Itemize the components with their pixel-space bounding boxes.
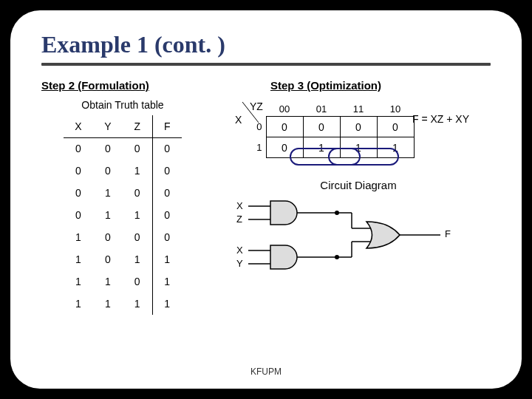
input-y: Y [236, 258, 243, 269]
step2-heading: Step 2 (Formulation) [41, 79, 204, 92]
table-row: 0 1 0 0 [64, 182, 182, 204]
content-area: Step 2 (Formulation) Obtain Truth table … [41, 79, 491, 315]
step2-subheading: Obtain Truth table [41, 99, 204, 111]
truth-col-f: F [152, 115, 182, 137]
step3-heading: Step 3 (Optimization) [270, 79, 491, 92]
table-row: 1 1 0 1 [64, 270, 182, 293]
slide: Example 1 (cont. ) Step 2 (Formulation) … [10, 10, 522, 389]
kmap-table: 00 01 11 10 0 0 0 0 0 1 0 [253, 102, 415, 158]
output-f: F [445, 228, 451, 239]
table-row: 1 0 1 1 [64, 248, 182, 270]
input-x-bottom: X [236, 245, 243, 256]
svg-point-4 [335, 211, 339, 215]
circuit-heading: Circuit Diagram [226, 179, 491, 191]
truth-col-y: Y [93, 115, 123, 137]
circuit-diagram: X Z X Y F [233, 197, 470, 293]
table-row: 1 0 0 0 [64, 226, 182, 248]
table-row: 0 0 0 0 [64, 137, 182, 160]
kmap-x-label: X [235, 114, 242, 126]
truth-col-x: X [64, 115, 93, 137]
boolean-formula: F = XZ + XY [412, 113, 469, 125]
logic-gates-svg [233, 197, 470, 293]
table-row: 0 0 1 0 [64, 160, 182, 182]
right-column: Step 3 (Optimization) YZ X 00 01 11 10 0 [226, 79, 491, 315]
truth-table: X Y Z F 0 0 0 0 0 0 [64, 115, 182, 315]
input-z: Z [236, 214, 242, 225]
input-x-top: X [236, 200, 243, 211]
footer: KFUPM [10, 366, 522, 377]
title-underline [41, 63, 491, 66]
left-column: Step 2 (Formulation) Obtain Truth table … [41, 79, 204, 315]
table-row: 1 1 1 1 [64, 293, 182, 315]
page-title: Example 1 (cont. ) [41, 31, 491, 63]
truth-col-z: Z [123, 115, 152, 137]
kmap: YZ X 00 01 11 10 0 0 0 0 [232, 102, 491, 158]
svg-point-8 [335, 255, 339, 259]
table-row: 0 1 1 0 [64, 204, 182, 226]
